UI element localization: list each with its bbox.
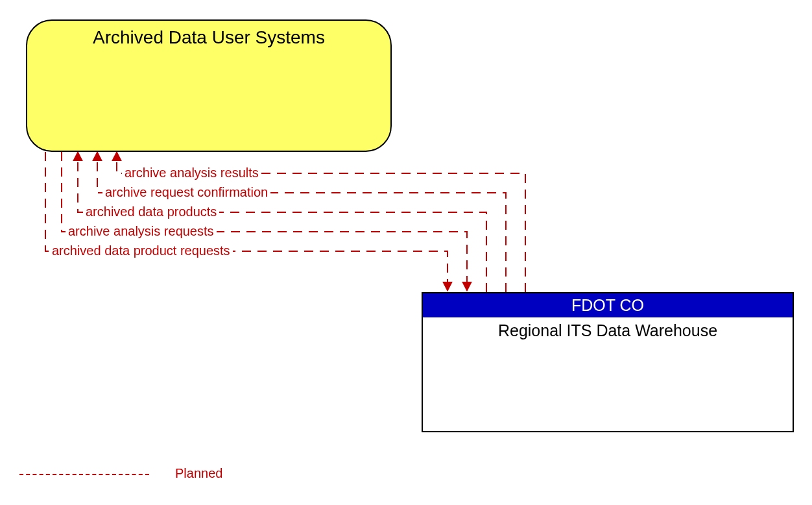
node-title: Archived Data User Systems: [27, 21, 390, 48]
node-archived-data-user-systems[interactable]: Archived Data User Systems: [26, 19, 392, 152]
flow-label-archive-analysis-results: archive analysis results: [122, 166, 261, 180]
node-owner: FDOT CO: [423, 293, 793, 317]
flow-label-archive-analysis-requests: archive analysis requests: [66, 224, 217, 239]
legend-label-planned: Planned: [175, 466, 222, 481]
flow-label-archived-data-products: archived data products: [83, 204, 219, 219]
flow-label-archive-request-confirmation: archive request confirmation: [102, 185, 270, 200]
node-regional-its-data-warehouse[interactable]: FDOT CO Regional ITS Data Warehouse: [422, 292, 794, 432]
legend-line-planned: [19, 474, 149, 475]
node-name: Regional ITS Data Warehouse: [423, 317, 793, 340]
flow-label-archived-data-product-requests: archived data product requests: [49, 243, 233, 258]
